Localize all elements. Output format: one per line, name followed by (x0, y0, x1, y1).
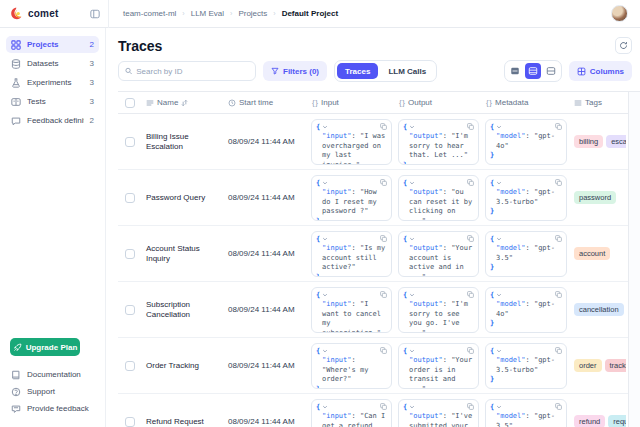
tag-cancellation[interactable]: cancellation (574, 303, 624, 316)
chevron-down-icon[interactable] (322, 124, 328, 130)
sidebar-item-projects[interactable]: Projects 2 (6, 36, 99, 53)
breadcrumb-workspace[interactable]: team-comet-ml (123, 9, 176, 18)
toggle-llm-calls[interactable]: LLM Calls (380, 63, 434, 79)
row-checkbox[interactable] (125, 249, 135, 259)
metadata-json-cell[interactable]: { "model": "gpt-3.5" } (485, 399, 567, 427)
metadata-json-cell[interactable]: { "model": "gpt-4o" } (485, 287, 567, 333)
row-checkbox[interactable] (125, 193, 135, 203)
copy-icon[interactable] (467, 347, 474, 358)
chevron-down-icon[interactable] (409, 180, 415, 186)
chevron-down-icon[interactable] (496, 348, 502, 354)
chevron-down-icon[interactable] (409, 236, 415, 242)
copy-icon[interactable] (380, 235, 387, 246)
tag-account[interactable]: account (574, 247, 610, 260)
trace-name[interactable]: Password Query (142, 193, 224, 203)
sidebar-item-experiments[interactable]: Experiments 3 (6, 74, 99, 91)
chevron-down-icon[interactable] (496, 292, 502, 298)
output-json-cell[interactable]: { "output": "Your order is in transit an… (398, 343, 479, 389)
output-json-cell[interactable]: { "output": "I'm sorry to hear that. Let… (398, 119, 479, 165)
breadcrumb-project[interactable]: LLM Eval (191, 9, 224, 18)
chevron-down-icon[interactable] (409, 292, 415, 298)
chevron-down-icon[interactable] (496, 404, 502, 410)
sidebar-item-support[interactable]: Support (6, 383, 99, 400)
density-small-button[interactable] (507, 63, 523, 79)
chevron-down-icon[interactable] (409, 348, 415, 354)
input-json-cell[interactable]: { "input": "Is my account still active?"… (311, 231, 392, 277)
column-header-output[interactable]: { } Output (395, 98, 482, 107)
table-row[interactable]: Password Query 08/09/24 11:44 AM { "inpu… (118, 170, 628, 226)
user-avatar[interactable] (611, 5, 628, 22)
metadata-json-cell[interactable]: { "model": "gpt-3.5-turbo" } (485, 343, 567, 389)
chevron-down-icon[interactable] (496, 124, 502, 130)
input-json-cell[interactable]: { "input": "I want to cancel my subscrip… (311, 287, 392, 333)
chevron-down-icon[interactable] (496, 236, 502, 242)
chevron-down-icon[interactable] (409, 124, 415, 130)
trace-name[interactable]: Order Tracking (142, 361, 224, 371)
sidebar-item-documentation[interactable]: Documentation (6, 366, 99, 383)
tag-escalation[interactable]: escalation (606, 135, 626, 148)
chevron-down-icon[interactable] (322, 180, 328, 186)
columns-button[interactable]: Columns (569, 61, 632, 81)
copy-icon[interactable] (555, 347, 562, 358)
table-row[interactable]: Subscription Cancellation 08/09/24 11:44… (118, 282, 628, 338)
breadcrumb-projects[interactable]: Projects (238, 9, 267, 18)
trace-name[interactable]: Account Status Inquiry (142, 244, 224, 263)
copy-icon[interactable] (555, 179, 562, 190)
trace-name[interactable]: Subscription Cancellation (142, 300, 224, 319)
chevron-down-icon[interactable] (322, 236, 328, 242)
copy-icon[interactable] (380, 123, 387, 134)
column-header-input[interactable]: { } Input (308, 98, 395, 107)
trace-name[interactable]: Refund Request (142, 417, 224, 427)
table-row[interactable]: Account Status Inquiry 08/09/24 11:44 AM… (118, 226, 628, 282)
sidebar-item-provide-feedback[interactable]: Provide feedback (6, 400, 99, 417)
toggle-traces[interactable]: Traces (337, 63, 378, 79)
input-json-cell[interactable]: { "input": "I was overcharged on my last… (311, 119, 392, 165)
row-checkbox[interactable] (125, 361, 135, 371)
copy-icon[interactable] (467, 291, 474, 302)
input-json-cell[interactable]: { "input": "Where's my order?" } (311, 343, 392, 389)
column-header-start-time[interactable]: Start time (224, 98, 308, 107)
metadata-json-cell[interactable]: { "model": "gpt-3.5-turbo" } (485, 175, 567, 221)
copy-icon[interactable] (555, 235, 562, 246)
sort-icon[interactable] (181, 99, 188, 107)
tag-refund[interactable]: refund (574, 415, 605, 427)
logo[interactable]: comet (0, 7, 88, 20)
input-json-cell[interactable]: { "input": "How do I reset my password ?… (311, 175, 392, 221)
output-json-cell[interactable]: { "output": "I've submitted your refund … (398, 399, 479, 427)
density-large-button[interactable] (543, 63, 559, 79)
filters-button[interactable]: Filters (0) (263, 61, 327, 81)
chevron-down-icon[interactable] (322, 404, 328, 410)
tag-order[interactable]: order (574, 359, 602, 372)
copy-icon[interactable] (467, 235, 474, 246)
table-row[interactable]: Billing Issue Escalation 08/09/24 11:44 … (118, 114, 628, 170)
chevron-down-icon[interactable] (496, 180, 502, 186)
copy-icon[interactable] (380, 347, 387, 358)
copy-icon[interactable] (467, 403, 474, 414)
metadata-json-cell[interactable]: { "model": "gpt-3.5" } (485, 231, 567, 277)
table-row[interactable]: Refund Request 08/09/24 11:44 AM { "inpu… (118, 394, 628, 427)
output-json-cell[interactable]: { "output": "Your account is active and … (398, 231, 479, 277)
column-header-tags[interactable]: Tags (570, 98, 626, 107)
sidebar-item-feedback-definitions[interactable]: Feedback definitions 2 (6, 112, 99, 129)
copy-icon[interactable] (555, 403, 562, 414)
column-header-metadata[interactable]: { } Metadata (482, 98, 570, 107)
copy-icon[interactable] (467, 123, 474, 134)
output-json-cell[interactable]: { "output": "I'm sorry to see you go. I'… (398, 287, 479, 333)
density-medium-button[interactable] (525, 63, 541, 79)
copy-icon[interactable] (555, 123, 562, 134)
upgrade-plan-button[interactable]: Upgrade Plan (10, 338, 80, 356)
tag-request[interactable]: request (608, 415, 626, 427)
tag-tracking[interactable]: tracking (605, 359, 626, 372)
sidebar-item-tests[interactable]: Tests 3 (6, 93, 99, 110)
table-row[interactable]: Order Tracking 08/09/24 11:44 AM { "inpu… (118, 338, 628, 394)
copy-icon[interactable] (380, 179, 387, 190)
search-input[interactable] (136, 67, 249, 76)
trace-name[interactable]: Billing Issue Escalation (142, 132, 224, 151)
row-checkbox[interactable] (125, 305, 135, 315)
column-header-name[interactable]: Name (142, 98, 224, 107)
refresh-button[interactable] (615, 37, 632, 54)
copy-icon[interactable] (380, 291, 387, 302)
copy-icon[interactable] (380, 403, 387, 414)
row-checkbox[interactable] (125, 137, 135, 147)
input-json-cell[interactable]: { "input": "Can I get a refund for my la… (311, 399, 392, 427)
